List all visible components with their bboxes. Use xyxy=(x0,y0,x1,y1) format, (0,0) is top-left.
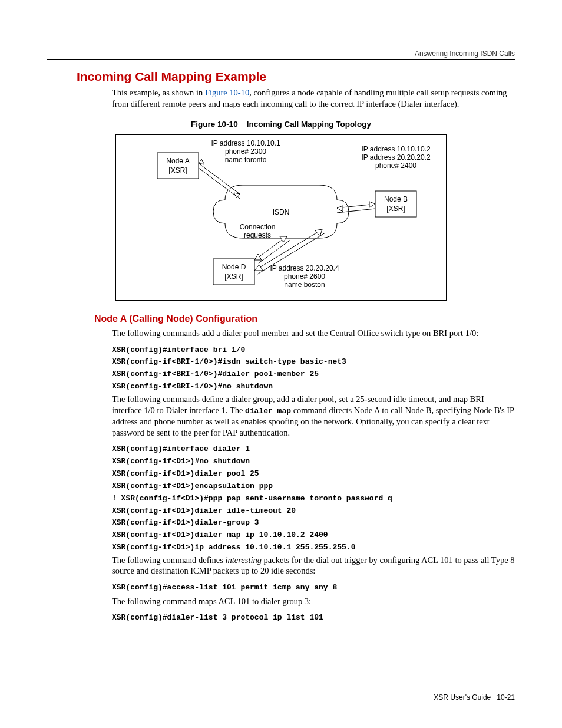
heading-2: Node A (Calling Node) Configuration xyxy=(94,314,515,324)
inline-code: dialer map xyxy=(245,407,291,416)
node-b-phone: phone# 2400 xyxy=(375,162,416,170)
svg-marker-8 xyxy=(369,202,375,207)
cloud-label: ISDN xyxy=(273,208,290,216)
code-block: XSR(config-if<D1>)encapsulation ppp xyxy=(112,481,515,492)
svg-marker-14 xyxy=(254,254,262,260)
running-head: Answering Incoming ISDN Calls xyxy=(415,50,515,58)
code-block: XSR(config)#interface bri 1/0 xyxy=(112,345,515,356)
svg-marker-13 xyxy=(280,236,287,242)
figure-crossref-link[interactable]: Figure 10-10 xyxy=(205,88,249,97)
text: This example, as shown in xyxy=(112,88,205,97)
node-b-ip2: IP address 20.20.20.2 xyxy=(361,153,431,162)
code-block: XSR(config-if<D1>)#no shutdown xyxy=(112,456,515,467)
svg-line-1 xyxy=(199,163,240,194)
conn-label-2: requests xyxy=(244,231,271,239)
paragraph: The following command defines interestin… xyxy=(112,555,515,577)
svg-marker-18 xyxy=(254,265,263,271)
text: The following command defines xyxy=(112,555,225,565)
node-a-name: name toronto xyxy=(225,156,267,164)
node-d-phone: phone# 2600 xyxy=(284,272,325,281)
figure-title: Incoming Call Mapping Topology xyxy=(247,120,371,129)
heading-1: Incoming Call Mapping Example xyxy=(77,70,515,84)
page: Answering Incoming ISDN Calls Incoming C… xyxy=(0,0,562,728)
footer-title: XSR User's Guide xyxy=(434,693,491,701)
node-d-name: name boston xyxy=(284,281,325,289)
node-b-ip1: IP address 10.10.10.2 xyxy=(361,145,431,153)
page-footer: XSR User's Guide 10-21 xyxy=(434,693,515,701)
svg-line-2 xyxy=(199,168,240,199)
code-block: XSR(config-if<D1>)ip address 10.10.10.1 … xyxy=(112,542,515,554)
node-b-label-1: Node B xyxy=(384,195,408,203)
figure-label: Figure 10-10 xyxy=(191,120,238,129)
paragraph: The following command maps ACL 101 to di… xyxy=(112,596,515,607)
code-block: XSR(config-if<D1>)dialer pool 25 xyxy=(112,469,515,480)
node-d-label-1: Node D xyxy=(222,263,246,271)
code-block: XSR(config)#dialer-list 3 protocol ip li… xyxy=(112,612,515,624)
code-block: XSR(config-if<D1>)dialer idle-timeout 20 xyxy=(112,506,515,517)
italic-text: interesting xyxy=(225,555,261,565)
code-block: ! XSR(config-if<D1>)#ppp pap sent-userna… xyxy=(112,493,515,505)
node-a-label-2: [XSR] xyxy=(168,166,187,174)
node-a-ip: IP address 10.10.10.1 xyxy=(211,139,280,147)
node-d-ip: IP address 20.20.20.4 xyxy=(270,264,339,272)
code-block: XSR(config-if<BRI-1/0>)#dialer pool-memb… xyxy=(112,369,515,380)
code-block: XSR(config-if<D1>)dialer map ip 10.10.10… xyxy=(112,530,515,541)
node-d-label-2: [XSR] xyxy=(224,272,243,281)
code-block: XSR(config)#interface dialer 1 xyxy=(112,444,515,455)
node-a-phone: phone# 2300 xyxy=(225,147,266,156)
code-block: XSR(config-if<BRI-1/0>)#isdn switch-type… xyxy=(112,357,515,368)
paragraph: The following commands define a dialer g… xyxy=(112,394,515,438)
header-rule xyxy=(47,59,515,60)
code-block: XSR(config-if<BRI-1/0>)#no shutdown xyxy=(112,381,515,393)
node-b-label-2: [XSR] xyxy=(386,205,405,213)
code-block: XSR(config-if<D1>)dialer-group 3 xyxy=(112,518,515,529)
topology-diagram: ISDN Node A [XSR] IP address 10.10.10.1 … xyxy=(115,134,447,301)
intro-paragraph: This example, as shown in Figure 10-10, … xyxy=(112,87,515,109)
svg-marker-4 xyxy=(199,159,204,164)
footer-page-number: 10-21 xyxy=(497,693,515,701)
paragraph: The following commands add a dialer pool… xyxy=(112,328,515,339)
figure-caption: Figure 10-10 Incoming Call Mapping Topol… xyxy=(47,120,515,129)
conn-label-1: Connection xyxy=(240,223,276,231)
code-block: XSR(config)#access-list 101 permit icmp … xyxy=(112,582,515,594)
node-a-label-1: Node A xyxy=(166,157,189,165)
